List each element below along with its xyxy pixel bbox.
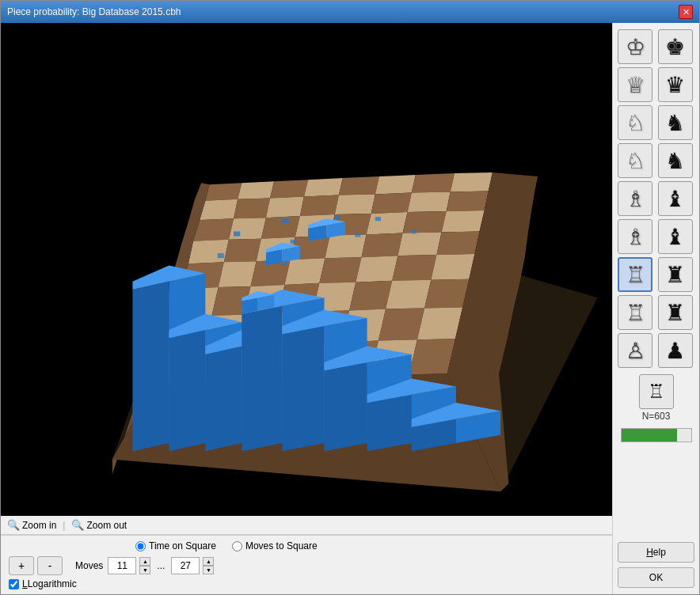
close-button[interactable]: ✕ (679, 5, 693, 19)
main-window: Piece probability: Big Database 2015.cbh… (0, 0, 700, 595)
svg-marker-47 (349, 281, 392, 311)
plus-button[interactable]: + (9, 556, 34, 575)
svg-marker-75 (205, 347, 242, 452)
svg-marker-30 (325, 235, 366, 259)
piece-btn-white-pawn[interactable]: ♙ (618, 333, 652, 368)
zoom-separator: | (63, 520, 65, 531)
svg-marker-41 (431, 254, 474, 280)
moves-to-arrows: ▲ ▼ (203, 557, 214, 574)
moves-to-square-option[interactable]: Moves to Square (232, 540, 318, 551)
zoom-out-control[interactable]: 🔍 Zoom out (71, 519, 127, 531)
svg-marker-12 (266, 197, 304, 218)
svg-marker-13 (300, 195, 339, 217)
svg-marker-15 (371, 192, 412, 214)
moves-from-arrows: ▲ ▼ (139, 557, 150, 574)
piece-btn-white-rook[interactable]: ♖ (618, 257, 652, 292)
log-underline: LLogarithmic (22, 578, 77, 589)
piece-btn-black-king[interactable]: ♚ (658, 29, 693, 64)
svg-marker-31 (361, 233, 402, 258)
svg-marker-26 (188, 240, 229, 264)
piece-btn-white-knight[interactable]: ♘ (618, 105, 652, 140)
ok-button[interactable]: OK (618, 567, 694, 588)
svg-marker-9 (451, 172, 493, 192)
piece-btn-white-king[interactable]: ♔ (618, 29, 652, 64)
svg-marker-14 (335, 195, 375, 215)
moves-row: + - Moves ▲ ▼ ... (9, 556, 604, 575)
moves-from-up[interactable]: ▲ (139, 557, 150, 566)
time-on-square-label: Time on Square (149, 540, 216, 551)
help-button[interactable]: Help (618, 542, 694, 563)
moves-to-square-radio[interactable] (232, 541, 242, 551)
piece-btn-black-knight[interactable]: ♞ (658, 105, 693, 140)
piece-btn-white-knight-2[interactable]: ♘ (618, 143, 652, 178)
time-on-square-radio[interactable] (135, 541, 146, 551)
n-piece-display: ♖ (639, 374, 674, 409)
svg-marker-5 (304, 178, 343, 196)
logarithmic-checkbox[interactable] (9, 579, 19, 589)
svg-marker-35 (219, 261, 257, 287)
svg-marker-23 (367, 212, 408, 235)
window-title: Piece probability: Big Database 2015.cbh (7, 6, 181, 17)
piece-btn-white-queen[interactable]: ♕ (618, 67, 652, 102)
moves-to-square-label: Moves to Square (245, 540, 318, 551)
moves-from-down[interactable]: ▼ (139, 566, 150, 574)
piece-btn-white-rook-2[interactable]: ♖ (618, 295, 652, 330)
piece-btn-black-bishop[interactable]: ♝ (658, 181, 693, 216)
logarithmic-row: LLogarithmic (9, 578, 604, 589)
piece-btn-black-rook[interactable]: ♜ (658, 257, 693, 292)
zoom-in-control[interactable]: 🔍 Zoom in (7, 519, 56, 531)
content-area: 🔍 Zoom in | 🔍 Zoom out Time on Square (1, 23, 699, 594)
piece-btn-black-queen[interactable]: ♛ (658, 67, 693, 102)
time-on-square-option[interactable]: Time on Square (135, 540, 216, 551)
svg-marker-7 (375, 175, 416, 195)
piece-btn-white-bishop[interactable]: ♗ (618, 181, 652, 216)
ok-label: OK (649, 572, 663, 583)
moves-from-input[interactable] (108, 557, 136, 574)
moves-from-spinner: ▲ ▼ (108, 557, 150, 574)
svg-marker-81 (282, 326, 324, 451)
moves-to-up[interactable]: ▲ (203, 557, 214, 566)
svg-marker-2 (205, 183, 242, 200)
minus-button[interactable]: - (37, 556, 63, 575)
svg-rect-105 (234, 231, 240, 236)
zoom-in-label: Zoom in (22, 520, 56, 531)
svg-marker-8 (412, 173, 455, 193)
moves-to-down[interactable]: ▼ (203, 566, 214, 574)
plus-minus-group: + - (9, 556, 63, 575)
svg-marker-72 (169, 330, 205, 451)
radio-options-row: Time on Square Moves to Square (135, 540, 604, 551)
piece-btn-black-rook-2[interactable]: ♜ (658, 295, 693, 330)
svg-marker-49 (424, 279, 469, 309)
moves-to-input[interactable] (171, 557, 200, 574)
n-counter-section: ♖ N=603 (639, 374, 674, 422)
piece-btn-white-bishop-2[interactable]: ♗ (618, 219, 652, 254)
svg-marker-27 (224, 239, 261, 263)
svg-marker-57 (417, 308, 462, 340)
svg-marker-56 (379, 309, 424, 341)
svg-marker-20 (261, 216, 300, 239)
svg-marker-38 (319, 257, 361, 283)
svg-marker-78 (242, 305, 282, 451)
piece-btn-black-bishop-2[interactable]: ♝ (658, 219, 693, 254)
piece-btn-black-pawn[interactable]: ♟ (658, 333, 693, 368)
n-label: N=603 (642, 411, 671, 422)
left-panel: 🔍 Zoom in | 🔍 Zoom out Time on Square (1, 23, 612, 594)
chess-canvas[interactable] (1, 23, 612, 516)
svg-marker-3 (238, 181, 274, 199)
bottom-controls: Time on Square Moves to Square + - Moves (1, 535, 612, 594)
zoom-bar: 🔍 Zoom in | 🔍 Zoom out (1, 516, 612, 535)
svg-marker-10 (200, 199, 238, 221)
moves-to-spinner: ▲ ▼ (171, 557, 214, 574)
svg-rect-110 (282, 261, 287, 265)
svg-marker-87 (367, 395, 412, 451)
svg-marker-17 (447, 191, 489, 211)
action-buttons: Help OK (618, 542, 694, 588)
logarithmic-label[interactable]: LLogarithmic (22, 578, 77, 589)
zoom-in-icon: 🔍 (7, 519, 20, 531)
svg-marker-37 (284, 258, 325, 285)
piece-btn-black-knight-2[interactable]: ♞ (658, 143, 693, 178)
svg-marker-6 (339, 176, 379, 195)
moves-label: Moves (75, 560, 103, 571)
right-panel: ♔♚♕♛♘♞♘♞♗♝♗♝♖♜♖♜♙♟ ♖ N=603 Help OK (612, 23, 699, 594)
svg-marker-33 (436, 231, 479, 255)
